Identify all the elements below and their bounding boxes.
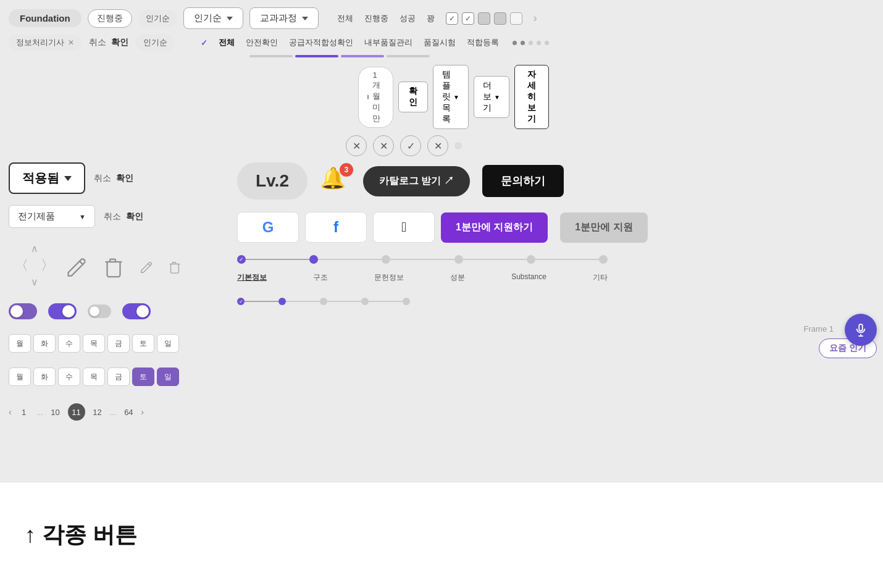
close-icon-circle-2[interactable]: ✕	[373, 135, 394, 156]
nav-arrows: ∧ 〈 〉 ∨	[15, 244, 54, 287]
filter2-all[interactable]: 전체	[219, 37, 235, 48]
day-fri-1[interactable]: 금	[107, 334, 130, 353]
social-login-row: G f  1분만에 지원하기 1분만에 지원	[237, 212, 874, 243]
dropdown-popularity[interactable]: 인기순	[183, 7, 243, 29]
filter-success[interactable]: 성공	[400, 13, 416, 24]
day-sun-1[interactable]: 일	[157, 334, 179, 353]
progress-dots-top	[513, 41, 549, 45]
close-icon-circle[interactable]: ✕	[346, 135, 367, 156]
step-circle-4	[454, 255, 463, 264]
filter2-quality[interactable]: 품질시험	[424, 37, 456, 48]
filter2-safety[interactable]: 안전확인	[246, 37, 278, 48]
sort-pill-2[interactable]: 인기순	[136, 34, 175, 51]
day-thu-2[interactable]: 목	[83, 368, 105, 386]
cancel-applied-button[interactable]: 취소	[94, 173, 111, 184]
inquiry-button[interactable]: 문의하기	[482, 165, 564, 197]
cancel-cat-button[interactable]: 취소	[104, 211, 121, 222]
day-wed-1[interactable]: 수	[58, 334, 80, 353]
apple-login-button[interactable]: 	[373, 212, 435, 243]
edit-sm-icon[interactable]	[140, 261, 153, 277]
page-12[interactable]: 12	[89, 403, 106, 421]
page-prev-icon[interactable]: ‹	[9, 407, 12, 417]
page-64[interactable]: 64	[120, 403, 137, 421]
step-label-6[interactable]: 기타	[593, 272, 608, 283]
arrow-down[interactable]: ∨	[31, 277, 38, 287]
day-tue-2[interactable]: 화	[33, 368, 56, 386]
cancel-button[interactable]: 취소	[89, 37, 106, 48]
toggle-3[interactable]	[88, 304, 111, 318]
toggle-2[interactable]	[48, 303, 77, 319]
arrow-up[interactable]: ∧	[31, 244, 38, 254]
tag-close-icon[interactable]: ✕	[68, 38, 74, 47]
arrow-left[interactable]: 〈	[15, 256, 28, 275]
checkbox-3[interactable]	[478, 12, 490, 25]
day-fri-2[interactable]: 금	[107, 368, 130, 386]
prog-seg-4	[387, 55, 430, 57]
step-circle-3	[382, 255, 390, 264]
confirm-sm-button[interactable]: 확인	[398, 82, 428, 112]
day-mon-2[interactable]: 월	[9, 368, 31, 386]
foundation-badge: Foundation	[9, 9, 82, 27]
applied-button[interactable]: 적용됨	[9, 162, 85, 194]
day-tue-1[interactable]: 화	[33, 334, 56, 353]
sort-pill-1[interactable]: 인기순	[138, 10, 177, 27]
page-1[interactable]: 1	[15, 403, 33, 421]
step-label-5[interactable]: Substance	[511, 272, 546, 283]
day-sat-2[interactable]: 토	[132, 368, 154, 386]
day-wed-2[interactable]: 수	[58, 368, 80, 386]
template-button[interactable]: 템플릿 목록 ▼	[433, 65, 469, 129]
trash-sm-icon[interactable]	[168, 261, 182, 277]
toggle-4[interactable]	[122, 303, 151, 319]
filter2-register[interactable]: 적합등록	[467, 37, 499, 48]
day-thu-1[interactable]: 목	[83, 334, 105, 353]
cat-chevron-icon: ▼	[79, 213, 86, 220]
filter2-internal[interactable]: 내부품질관리	[364, 37, 412, 48]
filter-all[interactable]: 전체	[337, 13, 353, 24]
bottom-title: ↑ 각종 버튼	[25, 520, 137, 550]
pencil-icon[interactable]	[65, 256, 88, 281]
detail-button[interactable]: 자세히보기	[514, 65, 549, 129]
filter-inprogress[interactable]: 진행중	[364, 13, 388, 24]
step-circle-6	[599, 255, 608, 264]
toggle-1[interactable]	[9, 303, 37, 319]
mic-button[interactable]	[845, 314, 877, 346]
step-line-2	[318, 259, 382, 260]
more-button[interactable]: 더보기 ▼	[474, 76, 509, 118]
day-mon-1[interactable]: 월	[9, 334, 31, 353]
filter2-supply[interactable]: 공급자적합성확인	[289, 37, 353, 48]
page-11[interactable]: 11	[68, 403, 85, 421]
google-login-button[interactable]: G	[237, 212, 299, 243]
checkbox-4[interactable]	[494, 12, 506, 25]
catalog-button[interactable]: 카탈로그 받기 ↗	[363, 166, 470, 196]
page-10[interactable]: 10	[47, 403, 64, 421]
page-next-icon[interactable]: ›	[141, 407, 144, 417]
checkbox-1[interactable]	[446, 12, 458, 25]
step-circle-2	[309, 255, 318, 264]
step-label-4[interactable]: 성분	[450, 272, 465, 283]
confirm-applied-button[interactable]: 확인	[116, 173, 133, 184]
page-ellipsis-2: ...	[110, 408, 117, 417]
check-icon-circle[interactable]: ✓	[400, 135, 421, 156]
confirm-button[interactable]: 확인	[111, 37, 128, 48]
step-label-1[interactable]: 기본정보	[237, 272, 267, 283]
toggle-knob-3	[90, 306, 99, 316]
facebook-login-button[interactable]: f	[305, 212, 367, 243]
checkbox-2[interactable]	[462, 12, 474, 25]
confirm-cat-button[interactable]: 확인	[126, 211, 143, 222]
nav-arrow-right[interactable]: ›	[534, 12, 537, 25]
filter-miss[interactable]: 꽝	[427, 13, 435, 24]
dropdown-curriculum[interactable]: 교과과정	[249, 7, 319, 29]
svg-rect-0	[859, 324, 863, 331]
checkbox-5[interactable]	[510, 12, 522, 25]
apply-gray-button[interactable]: 1분만에 지원	[560, 212, 647, 243]
category-select[interactable]: 전기제품 ▼	[9, 205, 95, 228]
step-label-2[interactable]: 구조	[313, 272, 328, 283]
bell-wrapper: 🔔 3	[320, 166, 351, 196]
trash-icon[interactable]	[103, 256, 125, 281]
arrow-right[interactable]: 〉	[41, 256, 54, 275]
close-icon-circle-3[interactable]: ✕	[427, 135, 448, 156]
day-sat-1[interactable]: 토	[132, 334, 154, 353]
step-label-3[interactable]: 문헌정보	[374, 272, 404, 283]
apply-purple-button[interactable]: 1분만에 지원하기	[441, 212, 548, 243]
day-sun-2[interactable]: 일	[157, 368, 179, 386]
